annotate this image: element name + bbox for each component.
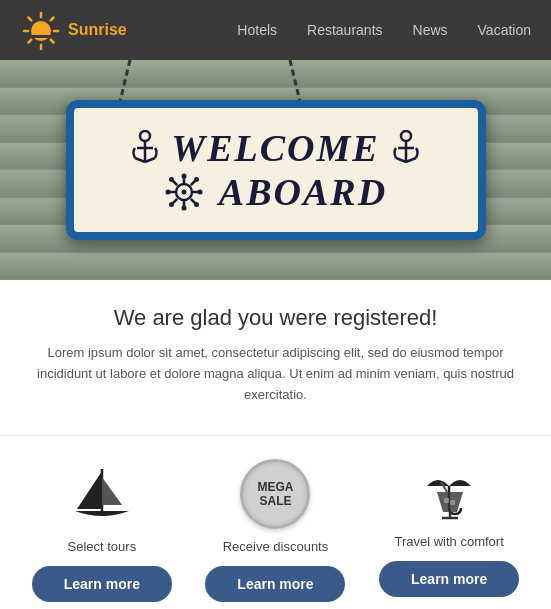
svg-point-23 — [181, 190, 186, 195]
sailboat-icon-area — [64, 456, 139, 531]
svg-point-39 — [194, 202, 199, 207]
svg-rect-48 — [450, 500, 455, 505]
svg-rect-9 — [28, 35, 54, 38]
nav-item-restaurants[interactable]: Restaurants — [307, 22, 382, 38]
nav-item-news[interactable]: News — [413, 22, 448, 38]
travel-icon-area — [414, 456, 484, 526]
svg-point-33 — [181, 206, 186, 211]
learn-more-tours-button[interactable]: Learn more — [32, 566, 172, 602]
svg-point-38 — [169, 202, 174, 207]
sunrise-logo-icon — [20, 9, 62, 51]
svg-point-35 — [197, 190, 202, 195]
learn-more-discounts-button[interactable]: Learn more — [205, 566, 345, 602]
main-content: We are glad you were registered! Lorem i… — [0, 280, 551, 425]
svg-point-17 — [401, 131, 411, 141]
mega-sale-icon-area: MEGA SALE — [238, 456, 313, 531]
aboard-line: ABOARD — [104, 170, 448, 214]
description-text: Lorem ipsum dolor sit amet, consectetur … — [31, 343, 521, 405]
svg-line-5 — [29, 18, 32, 21]
feature-comfort: Travel with comfort Learn more — [369, 456, 529, 602]
svg-line-7 — [51, 18, 54, 21]
nav-item-vacation[interactable]: Vacation — [478, 22, 531, 38]
anchor-left-icon — [129, 130, 161, 166]
features-section: Select tours Learn more MEGA SALE Receiv… — [0, 435, 551, 609]
svg-point-36 — [169, 177, 174, 182]
svg-line-15 — [145, 158, 155, 162]
feature-tours: Select tours Learn more — [22, 456, 182, 602]
svg-line-19 — [396, 158, 406, 162]
svg-rect-47 — [444, 498, 449, 503]
logo: Sunrise — [20, 9, 127, 51]
logo-text: Sunrise — [68, 21, 127, 39]
svg-line-8 — [29, 40, 32, 43]
hero-section: WELCOME — [0, 60, 551, 280]
svg-point-12 — [140, 131, 150, 141]
anchor-right-icon — [390, 130, 422, 166]
welcome-line: WELCOME — [104, 126, 448, 170]
svg-line-14 — [135, 158, 145, 162]
svg-line-6 — [51, 40, 54, 43]
travel-icon — [417, 456, 482, 526]
discounts-label: Receive discounts — [223, 539, 329, 554]
aboard-word: ABOARD — [219, 170, 387, 214]
svg-line-20 — [406, 158, 416, 162]
mega-sale-badge: MEGA SALE — [240, 459, 310, 529]
comfort-label: Travel with comfort — [394, 534, 503, 549]
svg-marker-41 — [77, 471, 102, 509]
nav-item-hotels[interactable]: Hotels — [237, 22, 277, 38]
welcome-word: WELCOME — [171, 126, 379, 170]
svg-point-34 — [165, 190, 170, 195]
learn-more-comfort-button[interactable]: Learn more — [379, 561, 519, 597]
svg-point-32 — [181, 174, 186, 179]
svg-point-37 — [194, 177, 199, 182]
mega-text: MEGA SALE — [257, 480, 293, 509]
tours-label: Select tours — [68, 539, 137, 554]
welcome-sign: WELCOME — [66, 100, 486, 240]
helm-left-icon — [164, 172, 204, 212]
sailboat-icon — [67, 459, 137, 529]
svg-marker-42 — [102, 477, 122, 505]
welcome-heading: We are glad you were registered! — [30, 305, 521, 331]
main-nav: Hotels Restaurants News Vacation — [237, 22, 531, 38]
header: Sunrise Hotels Restaurants News Vacation — [0, 0, 551, 60]
feature-discounts: MEGA SALE Receive discounts Learn more — [195, 456, 355, 602]
